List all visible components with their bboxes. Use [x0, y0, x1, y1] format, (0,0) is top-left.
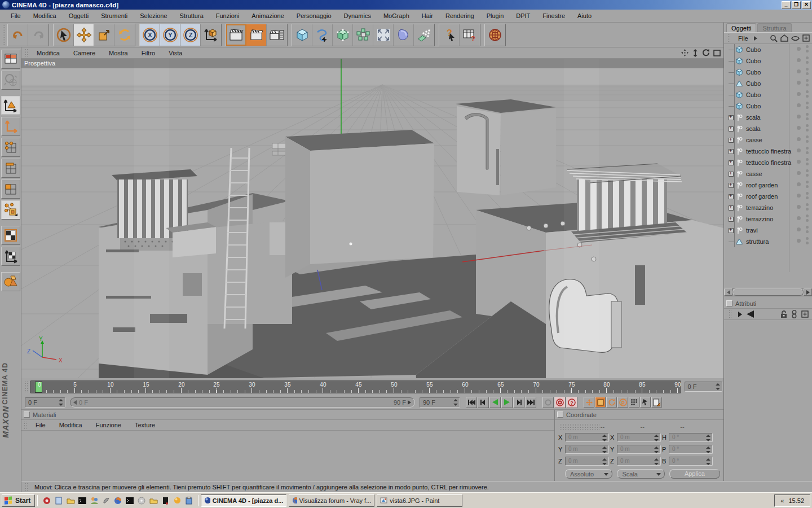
visibility-dots-icon[interactable]: [806, 237, 809, 244]
rot-h-field[interactable]: 0 °: [669, 433, 713, 442]
pos-z-field[interactable]: 0 m: [565, 457, 609, 466]
quicklaunch-folder2-icon[interactable]: [149, 496, 158, 505]
rot-p-field[interactable]: 0 °: [669, 445, 713, 454]
coordinate-system-button[interactable]: [201, 24, 221, 46]
quicklaunch-disc-icon[interactable]: [137, 496, 146, 505]
layer-dot-icon[interactable]: [797, 216, 801, 220]
menu-struttura[interactable]: Struttura: [174, 11, 210, 21]
vp-menu-modifica[interactable]: Modifica: [30, 49, 67, 58]
ruler-frame-field[interactable]: 0 F: [685, 382, 722, 392]
goto-start-button[interactable]: [466, 397, 477, 408]
environment-button[interactable]: [394, 24, 414, 46]
lock-y-button[interactable]: Y: [160, 24, 180, 46]
visibility-dots-icon[interactable]: [806, 203, 809, 211]
deformer-button[interactable]: [373, 24, 394, 46]
undo-button[interactable]: [8, 24, 28, 46]
quicklaunch-firefox-icon[interactable]: [113, 496, 122, 505]
quicklaunch-terminal2-icon[interactable]: [125, 496, 134, 505]
pos-y-field[interactable]: 0 m: [565, 445, 609, 454]
quicklaunch-users-icon[interactable]: [90, 496, 99, 505]
tab-struttura[interactable]: Struttura: [757, 23, 791, 32]
layer-dot-icon[interactable]: [797, 160, 801, 164]
visibility-dots-icon[interactable]: [806, 124, 809, 132]
array-modeling-button[interactable]: [353, 24, 373, 46]
render-settings-button[interactable]: [246, 24, 267, 46]
visibility-dots-icon[interactable]: [806, 102, 809, 109]
materials-menu-modifica[interactable]: Modifica: [52, 421, 89, 430]
object-row-casse-2[interactable]: casse: [724, 168, 812, 179]
expand-icon[interactable]: [729, 160, 734, 165]
add-tab-icon[interactable]: [801, 310, 809, 318]
layer-dot-icon[interactable]: [797, 194, 801, 198]
polygon-mode-button[interactable]: [1, 179, 20, 199]
key-pla-button[interactable]: [629, 397, 639, 408]
menu-finestre[interactable]: Finestre: [536, 11, 571, 21]
point-mode-button[interactable]: [1, 138, 20, 157]
spinner-icon[interactable]: [59, 399, 64, 406]
rot-b-field[interactable]: 0 °: [669, 457, 713, 466]
coord-mode-dropdown[interactable]: Assoluto: [565, 469, 612, 479]
end-frame-field[interactable]: 90 F: [420, 397, 460, 408]
menu-file[interactable]: File: [5, 11, 27, 21]
rotate-view-button[interactable]: [701, 49, 710, 57]
visibility-dots-icon[interactable]: [806, 79, 809, 86]
pan-view-button[interactable]: [680, 49, 689, 57]
next-frame-button[interactable]: [513, 397, 524, 408]
restore-button[interactable]: ❐: [792, 1, 801, 9]
quicklaunch-ball-icon[interactable]: [173, 496, 182, 505]
object-row-cubo-1[interactable]: Cubo: [724, 44, 812, 55]
task-cinema4d[interactable]: CINEMA 4D - [piazza d...: [201, 494, 286, 507]
layer-dot-icon[interactable]: [797, 81, 801, 85]
menu-mograph[interactable]: MoGraph: [377, 11, 416, 21]
edge-mode-button[interactable]: [1, 159, 20, 178]
quicklaunch-terminal-icon[interactable]: [78, 496, 87, 505]
toggle-view-button[interactable]: [712, 49, 721, 57]
texture-mode-button[interactable]: [1, 226, 20, 245]
object-row-cubo-2[interactable]: Cubo: [724, 55, 812, 67]
scale-y-field[interactable]: 0 m: [617, 445, 661, 454]
menu-aiuto[interactable]: Aiuto: [571, 11, 598, 21]
layer-dot-icon[interactable]: [797, 103, 801, 107]
record-keyframe-button[interactable]: [554, 397, 566, 408]
object-row-cubo-6[interactable]: Cubo: [724, 100, 812, 112]
expand-icon[interactable]: [729, 183, 734, 188]
visibility-dots-icon[interactable]: [806, 113, 809, 120]
materials-menu-funzione[interactable]: Funzione: [89, 421, 128, 430]
expand-icon[interactable]: [729, 217, 734, 222]
redo-button[interactable]: [28, 24, 48, 46]
render-view-button[interactable]: [226, 24, 246, 46]
play-forward-button[interactable]: [501, 397, 513, 408]
quicklaunch-emule-icon[interactable]: [161, 496, 170, 505]
menu-dpit[interactable]: DPIT: [510, 11, 536, 21]
object-row-casse-1[interactable]: casse: [724, 134, 812, 146]
rotate-tool-button[interactable]: [114, 24, 135, 46]
current-frame-field[interactable]: 0 F: [25, 397, 65, 408]
object-row-cubo-3[interactable]: Cubo: [724, 67, 812, 78]
add-spline-button[interactable]: [312, 24, 333, 46]
frame-range-slider[interactable]: 0 F 90 F: [70, 397, 415, 408]
hypernurbs-button[interactable]: [333, 24, 353, 46]
render-queue-button[interactable]: [267, 24, 287, 46]
scale-tool-button[interactable]: [94, 24, 114, 46]
layout-globe-button[interactable]: [485, 24, 505, 46]
expand-icon[interactable]: [729, 115, 734, 120]
object-manager-scrollbar[interactable]: [724, 288, 812, 296]
materials-menu-texture[interactable]: Texture: [128, 421, 162, 430]
visibility-dots-icon[interactable]: [806, 226, 809, 233]
history-back-icon[interactable]: [747, 310, 754, 318]
object-row-tettuccio-1[interactable]: tettuccio finestra: [724, 146, 812, 157]
object-row-roofgarden-2[interactable]: roof garden: [724, 191, 812, 202]
minimize-button[interactable]: _: [782, 1, 791, 9]
tray-clock[interactable]: 15.52: [788, 497, 804, 504]
spinner-icon[interactable]: [716, 383, 721, 390]
menu-funzioni[interactable]: Funzioni: [210, 11, 246, 21]
menu-rendering[interactable]: Rendering: [439, 11, 480, 21]
visibility-dots-icon[interactable]: [806, 158, 809, 165]
visibility-dots-icon[interactable]: [806, 68, 809, 75]
lock-z-button[interactable]: Z: [180, 24, 201, 46]
compare-icon[interactable]: [792, 310, 797, 318]
layer-dot-icon[interactable]: [797, 205, 801, 209]
om-file-menu[interactable]: File: [735, 35, 752, 42]
layer-dot-icon[interactable]: [797, 92, 801, 96]
panel-checkbox-icon[interactable]: [557, 411, 563, 418]
